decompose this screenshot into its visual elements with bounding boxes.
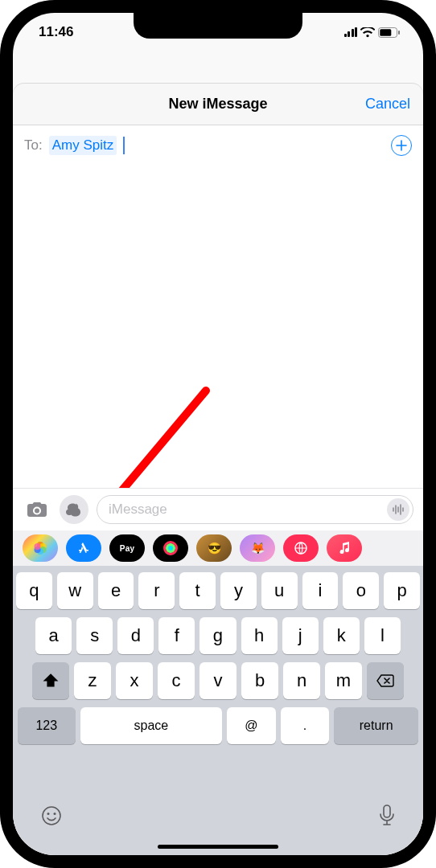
key-n[interactable]: n — [283, 662, 320, 699]
svg-rect-1 — [380, 29, 391, 35]
svg-point-12 — [43, 807, 60, 825]
key-x[interactable]: x — [116, 662, 153, 699]
key-p[interactable]: p — [384, 572, 420, 609]
svg-point-10 — [35, 543, 41, 550]
key-u[interactable]: u — [261, 572, 298, 609]
key-c[interactable]: c — [158, 662, 195, 699]
music-icon[interactable] — [327, 534, 362, 562]
space-key[interactable]: space — [80, 707, 222, 744]
keyboard: q w e r t y u i o p a s d f g h — [13, 566, 423, 855]
dictation-key[interactable] — [378, 804, 396, 831]
battery-icon — [378, 27, 401, 38]
at-key[interactable]: @ — [227, 707, 276, 744]
keyboard-row-3: z x c v b n m — [16, 662, 420, 699]
backspace-key[interactable] — [367, 662, 404, 699]
apple-pay-icon[interactable]: Pay — [109, 534, 145, 562]
svg-rect-15 — [384, 805, 390, 817]
keyboard-row-1: q w e r t y u i o p — [16, 572, 420, 609]
voice-message-button[interactable] — [387, 498, 409, 521]
key-v[interactable]: v — [199, 662, 237, 699]
screen: 11:46 New iMessage Cancel To: Amy Spitz — [13, 13, 423, 855]
keyboard-row-2: a s d f g h j k l — [16, 617, 420, 654]
key-d[interactable]: d — [117, 617, 154, 654]
key-s[interactable]: s — [76, 617, 113, 654]
key-m[interactable]: m — [325, 662, 362, 699]
key-f[interactable]: f — [158, 617, 195, 654]
key-j[interactable]: j — [282, 617, 319, 654]
conversation-area — [13, 164, 423, 495]
shift-key[interactable] — [32, 662, 69, 699]
digital-touch-icon[interactable] — [283, 534, 319, 562]
key-w[interactable]: w — [57, 572, 93, 609]
wifi-icon — [360, 27, 375, 38]
cellular-icon — [344, 27, 358, 37]
compose-bar: iMessage — [13, 488, 423, 530]
imessage-app-strip[interactable]: Pay 😎 🦊 — [13, 530, 423, 566]
key-k[interactable]: k — [323, 617, 360, 654]
status-right — [344, 27, 401, 38]
to-label: To: — [24, 137, 43, 154]
text-cursor — [123, 137, 125, 154]
notch — [134, 13, 302, 39]
recipient-chip[interactable]: Amy Spitz — [49, 136, 117, 155]
nav-bar: New iMessage Cancel — [13, 84, 423, 125]
key-h[interactable]: h — [241, 617, 278, 654]
activity-icon[interactable] — [153, 534, 188, 562]
svg-rect-2 — [398, 31, 400, 35]
key-a[interactable]: a — [35, 617, 72, 654]
to-field[interactable]: To: Amy Spitz — [13, 125, 423, 166]
key-q[interactable]: q — [16, 572, 52, 609]
status-time: 11:46 — [39, 24, 73, 40]
key-i[interactable]: i — [302, 572, 339, 609]
key-l[interactable]: l — [364, 617, 401, 654]
animoji-icon[interactable]: 🦊 — [240, 534, 275, 562]
camera-button[interactable] — [23, 495, 51, 524]
dot-key[interactable]: . — [281, 707, 330, 744]
key-o[interactable]: o — [343, 572, 379, 609]
app-store-icon[interactable] — [66, 534, 101, 562]
cancel-button[interactable]: Cancel — [365, 96, 410, 113]
key-t[interactable]: t — [179, 572, 216, 609]
home-indicator[interactable] — [158, 845, 278, 849]
nav-title: New iMessage — [168, 96, 267, 113]
keyboard-row-4: 123 space @ . return — [16, 707, 420, 744]
message-placeholder: iMessage — [109, 502, 387, 518]
key-b[interactable]: b — [241, 662, 278, 699]
add-recipient-button[interactable] — [391, 135, 412, 156]
compose-sheet: New iMessage Cancel To: Amy Spitz — [13, 84, 423, 855]
numbers-key[interactable]: 123 — [18, 707, 76, 744]
keyboard-bottom-bar — [16, 793, 420, 845]
key-e[interactable]: e — [98, 572, 134, 609]
key-z[interactable]: z — [74, 662, 111, 699]
key-r[interactable]: r — [138, 572, 175, 609]
svg-point-14 — [54, 813, 56, 815]
photos-app-icon[interactable] — [23, 534, 58, 562]
key-g[interactable]: g — [199, 617, 236, 654]
return-key[interactable]: return — [334, 707, 418, 744]
memoji-icon[interactable]: 😎 — [196, 534, 232, 562]
emoji-key[interactable] — [40, 805, 63, 830]
message-input[interactable]: iMessage — [97, 495, 413, 524]
svg-point-13 — [47, 813, 50, 815]
app-drawer-button[interactable] — [60, 495, 88, 524]
key-y[interactable]: y — [220, 572, 257, 609]
phone-frame: 11:46 New iMessage Cancel To: Amy Spitz — [0, 0, 436, 868]
